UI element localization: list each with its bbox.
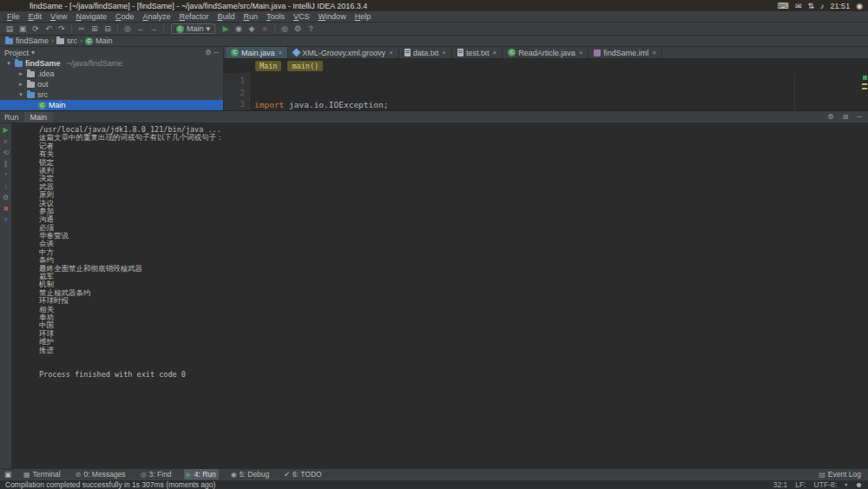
back-icon[interactable]: ← bbox=[135, 23, 147, 34]
console-settings-icon[interactable]: ⚙ bbox=[3, 195, 9, 202]
tab-data-txt[interactable]: data.txt × bbox=[399, 47, 452, 58]
code-editor[interactable]: 1 2 3 import java.io.IOException; import… bbox=[224, 73, 868, 110]
down-stack-icon[interactable]: ↓ bbox=[4, 183, 8, 190]
menu-item[interactable]: Run bbox=[240, 12, 263, 21]
menu-item[interactable]: Navigate bbox=[71, 12, 111, 21]
breadcrumb-src[interactable]: src bbox=[56, 36, 77, 45]
tab-xml-groovy[interactable]: XML-Groovy.xml.groovy × bbox=[288, 47, 399, 58]
menu-item[interactable]: File bbox=[3, 12, 24, 21]
warning-stripe-mark[interactable] bbox=[862, 83, 867, 85]
pause-output-icon[interactable]: ∥ bbox=[4, 161, 8, 168]
menu-item[interactable]: Refactor bbox=[175, 12, 214, 21]
lock-icon[interactable]: ▪ bbox=[845, 480, 847, 489]
search-everywhere-icon[interactable]: ◎ bbox=[279, 23, 291, 34]
toolwindow-debug[interactable]: ◉ 5: Debug bbox=[228, 469, 272, 479]
undo-icon[interactable]: ↶ bbox=[43, 23, 55, 34]
hector-icon[interactable]: ☻ bbox=[855, 480, 863, 489]
debug-button[interactable]: ◉ bbox=[233, 23, 245, 34]
chevron-right-icon[interactable]: ▸ bbox=[17, 81, 24, 88]
up-stack-icon[interactable]: ↑ bbox=[4, 172, 8, 179]
power-icon[interactable]: ◉ bbox=[856, 2, 863, 10]
menu-item[interactable]: Window bbox=[314, 12, 351, 21]
toolwindow-todo[interactable]: ✔ 6: TODO bbox=[281, 469, 324, 479]
breadcrumb-main[interactable]: C Main bbox=[85, 36, 113, 45]
forward-icon[interactable]: → bbox=[148, 23, 160, 34]
keyboard-layout-icon[interactable]: ⌨ bbox=[778, 2, 789, 10]
error-stripe[interactable] bbox=[861, 74, 868, 110]
stop-icon[interactable]: ■ bbox=[3, 138, 8, 145]
run-tool-window-title[interactable]: Run bbox=[4, 113, 19, 122]
tab-main-java[interactable]: C Main.java × bbox=[226, 47, 288, 58]
clock[interactable]: 21:51 bbox=[831, 2, 851, 10]
menu-item[interactable]: Code bbox=[111, 12, 139, 21]
close-icon[interactable]: × bbox=[279, 49, 283, 56]
redo-icon[interactable]: ↷ bbox=[56, 23, 68, 34]
close-icon[interactable]: × bbox=[442, 49, 446, 56]
close-icon[interactable]: × bbox=[579, 49, 583, 56]
hide-icon[interactable]: ─ bbox=[214, 49, 219, 56]
breadcrumb-class-chip[interactable]: Main bbox=[255, 61, 281, 71]
toolwindow-messages[interactable]: ⊘ 0: Messages bbox=[73, 469, 128, 479]
restore-layout-icon[interactable]: ⟲ bbox=[3, 149, 9, 156]
help-icon[interactable]: ? bbox=[3, 217, 7, 224]
toolwindow-run[interactable]: ▶ 4: Run bbox=[184, 469, 219, 479]
menu-item[interactable]: View bbox=[46, 12, 71, 21]
run-config-selector[interactable]: C Main ▾ bbox=[171, 23, 215, 34]
gear-icon[interactable]: ⚙ bbox=[825, 113, 835, 121]
menu-item[interactable]: Analyze bbox=[138, 12, 174, 21]
chevron-down-icon[interactable]: ▾ bbox=[31, 49, 35, 56]
tab-test-txt[interactable]: test.txt × bbox=[452, 47, 503, 58]
rerun-icon[interactable]: ▶ bbox=[3, 127, 8, 134]
caret-position[interactable]: 32:1 bbox=[773, 480, 788, 489]
menu-item[interactable]: Build bbox=[214, 12, 240, 21]
open-icon[interactable]: ▤ bbox=[3, 23, 16, 34]
breadcrumb-method-chip[interactable]: main() bbox=[287, 61, 323, 71]
console-output[interactable]: /usr/local/java/jdk1.8.0_121/bin/java ..… bbox=[12, 123, 868, 468]
help-icon[interactable]: ? bbox=[305, 23, 317, 34]
menu-item[interactable]: VCS bbox=[289, 12, 314, 21]
encoding-indicator[interactable]: UTF-8: bbox=[814, 480, 837, 489]
close-icon[interactable]: × bbox=[492, 49, 496, 56]
mail-icon[interactable]: ✉ bbox=[795, 2, 802, 10]
close-icon[interactable]: ✖ bbox=[3, 206, 9, 213]
toolwindow-terminal[interactable]: ▦ Terminal bbox=[21, 469, 63, 479]
chevron-right-icon[interactable]: ▸ bbox=[17, 70, 24, 77]
coverage-button[interactable]: ◈ bbox=[246, 23, 258, 34]
find-icon[interactable]: ◎ bbox=[122, 23, 134, 34]
tree-row-findSame[interactable]: ▾ findSame ~/java/findSame bbox=[0, 58, 223, 69]
chevron-down-icon[interactable]: ▾ bbox=[17, 91, 24, 98]
chevron-down-icon[interactable]: ▾ bbox=[5, 60, 12, 67]
toolwindow-find[interactable]: ◎ 3: Find bbox=[138, 469, 174, 479]
menu-item[interactable]: Tools bbox=[262, 12, 289, 21]
breadcrumb-project[interactable]: findSame bbox=[5, 36, 49, 45]
save-icon[interactable]: ▣ bbox=[16, 23, 29, 34]
tool-window-switcher-icon[interactable]: ▣ bbox=[4, 470, 11, 479]
close-icon[interactable]: × bbox=[652, 49, 656, 56]
close-icon[interactable]: × bbox=[389, 49, 393, 56]
network-icon[interactable]: ⇅ bbox=[808, 2, 815, 10]
tree-row-main-selected[interactable]: C Main bbox=[0, 100, 223, 110]
float-icon[interactable]: ⊞ bbox=[841, 113, 851, 121]
tab-findsame-iml[interactable]: findSame.iml × bbox=[589, 47, 662, 58]
settings-icon[interactable]: ⚙ bbox=[292, 23, 304, 34]
cut-icon[interactable]: ✂ bbox=[76, 23, 88, 34]
warning-stripe-mark[interactable] bbox=[862, 88, 867, 89]
project-panel-title[interactable]: Project bbox=[4, 49, 29, 57]
tree-row-out[interactable]: ▸ out bbox=[0, 79, 223, 89]
toolwindow-event-log[interactable]: ▤ Event Log bbox=[816, 469, 864, 479]
run-tab-main[interactable]: Main bbox=[24, 112, 54, 122]
hide-icon[interactable]: ─ bbox=[855, 113, 864, 121]
volume-icon[interactable]: ♪ bbox=[820, 2, 825, 10]
paste-icon[interactable]: ⊟ bbox=[102, 23, 114, 34]
tree-row-idea[interactable]: ▸ .idea bbox=[0, 69, 223, 79]
menu-item[interactable]: Help bbox=[351, 12, 376, 21]
line-separator-indicator[interactable]: LF: bbox=[795, 480, 806, 489]
gear-icon[interactable]: ⚙ bbox=[205, 49, 211, 56]
copy-icon[interactable]: ⊞ bbox=[89, 23, 101, 34]
stop-button[interactable]: ■ bbox=[259, 23, 271, 34]
tree-row-src[interactable]: ▾ src bbox=[0, 89, 223, 100]
tab-readarticle-java[interactable]: C ReadArticle.java × bbox=[503, 47, 589, 58]
menu-item[interactable]: Edit bbox=[24, 12, 47, 21]
sync-icon[interactable]: ⟳ bbox=[30, 23, 42, 34]
run-button[interactable]: ▶ bbox=[220, 23, 232, 34]
